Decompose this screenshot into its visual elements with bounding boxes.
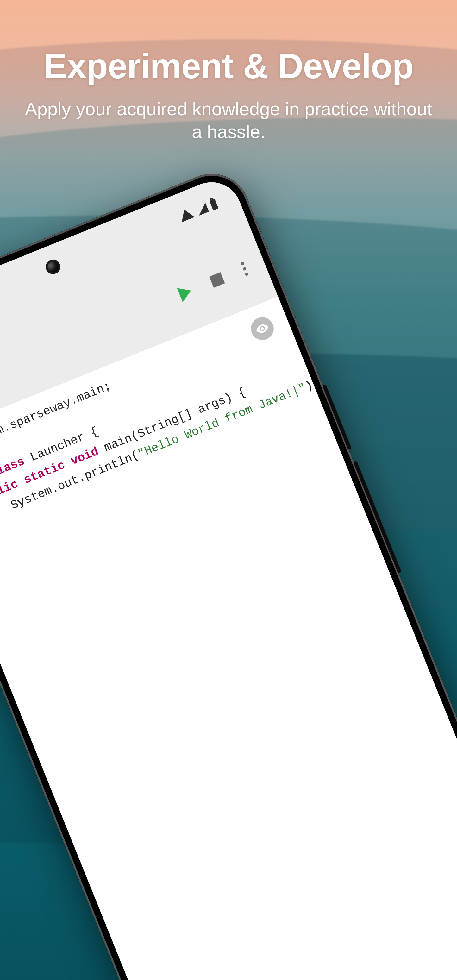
battery-icon: [209, 199, 218, 210]
eye-icon: [253, 320, 271, 338]
cellular-icon: [195, 203, 209, 216]
wifi-icon: [178, 207, 195, 222]
phone-screen: 9:52 java ×: [0, 173, 457, 980]
hero: Experiment & Develop Apply your acquired…: [0, 48, 457, 143]
hero-subtitle: Apply your acquired knowledge in practic…: [19, 97, 438, 143]
brace-open2: {: [236, 385, 247, 400]
brace-close1: }: [0, 525, 1, 540]
code-editor[interactable]: package com.sparseway.main; public class…: [0, 296, 457, 980]
hero-title: Experiment & Develop: [19, 48, 438, 85]
phone-frame: 9:52 java ×: [0, 162, 457, 980]
stop-icon[interactable]: [209, 272, 225, 288]
phone-mockup: 9:52 java ×: [0, 162, 457, 980]
brace-open: {: [88, 425, 100, 440]
